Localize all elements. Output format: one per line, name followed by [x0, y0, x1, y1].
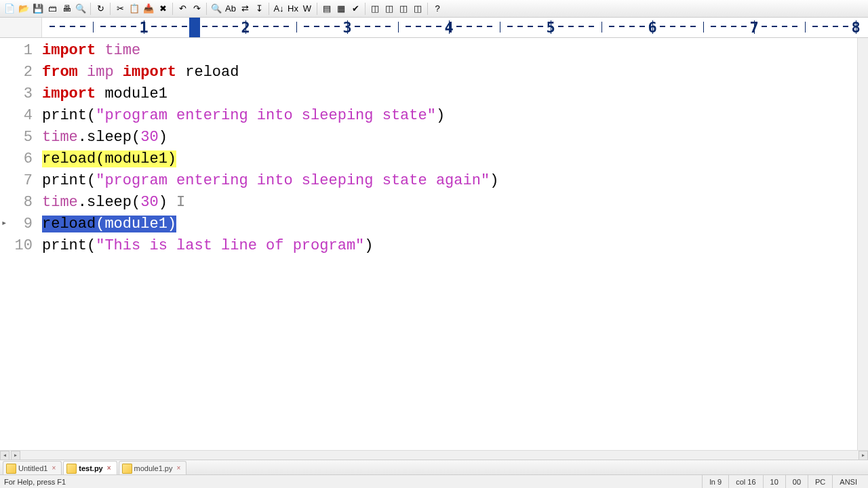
editor-area[interactable]: 12345678910 import timefrom imp import r…: [0, 38, 868, 450]
code-line[interactable]: reload(module1): [42, 213, 857, 235]
window1-button[interactable]: ◫: [368, 2, 382, 16]
scroll-end-button[interactable]: ▸: [859, 451, 868, 460]
line-number: 9: [0, 213, 42, 235]
token-pn: (: [96, 216, 104, 232]
file-tab-label: Untitled1: [18, 464, 47, 472]
column-ruler: 12345678: [0, 18, 868, 38]
token-kw: import: [42, 85, 104, 102]
token-pn: .: [78, 194, 87, 211]
line-number: 10: [0, 235, 42, 256]
token-fn: sleep: [87, 194, 132, 211]
toolbar-separator: [269, 3, 269, 15]
horizontal-scrollbar[interactable]: ◂ ▸ ▸: [0, 450, 868, 460]
close-tab-icon[interactable]: ×: [107, 464, 111, 472]
find-text-button[interactable]: Ab: [224, 2, 237, 16]
token-fn: print: [42, 237, 87, 254]
status-help: For Help, press F1: [4, 478, 66, 486]
close-tab-icon[interactable]: ×: [176, 464, 180, 472]
code-line[interactable]: time.sleep(30) I: [42, 191, 857, 213]
token-pn: (: [87, 237, 96, 254]
ruler-track: 12345678: [42, 18, 868, 37]
scroll-right-button[interactable]: ▸: [11, 451, 20, 460]
save-all-button[interactable]: 🗃: [45, 2, 59, 16]
token-pn: (: [96, 150, 104, 167]
toolbar-separator: [365, 3, 366, 15]
token-fn: sleep: [87, 129, 132, 146]
token-pn: (: [132, 129, 140, 146]
token-pn: (: [87, 172, 96, 189]
status-sel1: 10: [763, 475, 785, 488]
code-line[interactable]: print("program entering into sleeping st…: [42, 104, 857, 126]
word-wrap-button[interactable]: W: [300, 2, 314, 16]
token-num: 30: [140, 194, 158, 211]
code-line[interactable]: import time: [42, 39, 857, 61]
code-body[interactable]: import timefrom imp import reloadimport …: [42, 38, 857, 450]
delete-button[interactable]: ✖: [156, 2, 170, 16]
token-mod: time: [42, 194, 78, 211]
replace-button[interactable]: ⇄: [238, 2, 252, 16]
window3-button[interactable]: ◫: [397, 2, 410, 16]
toolbar-separator: [317, 3, 317, 15]
token-pn: (: [132, 194, 140, 211]
token-pn: (: [87, 107, 96, 124]
toolbar-separator: [90, 3, 91, 15]
token-kw: from: [42, 64, 87, 81]
selected-text: reload(module1): [42, 216, 176, 232]
main-toolbar: 📄📂💾🗃🖶🔍↻✂📋📥✖↶↷🔍Ab⇄↧A↓HxW▤▦✔◫◫◫◫?: [0, 0, 868, 18]
toolbar-separator: [206, 3, 207, 15]
undo-button[interactable]: ↶: [176, 2, 189, 16]
cut-button[interactable]: ✂: [113, 2, 127, 16]
print-button[interactable]: 🖶: [60, 2, 73, 16]
goto-button[interactable]: ↧: [252, 2, 266, 16]
status-platform: PC: [808, 475, 832, 488]
token-pn: ): [364, 237, 373, 254]
window2-button[interactable]: ◫: [382, 2, 396, 16]
print-preview-button[interactable]: 🔍: [74, 2, 87, 16]
save-button[interactable]: 💾: [31, 2, 45, 16]
reload-button[interactable]: ↻: [94, 2, 107, 16]
font-smaller-button[interactable]: A↓: [272, 2, 285, 16]
check-button[interactable]: ✔: [349, 2, 362, 16]
token-str: "program entering into sleeping state ag…: [96, 172, 490, 189]
status-bar: For Help, press F1 ln 9 col 16 10 00 PC …: [0, 474, 868, 488]
line-number: 8: [0, 191, 42, 213]
code-line[interactable]: print("program entering into sleeping st…: [42, 169, 857, 191]
code-line[interactable]: reload(module1): [42, 148, 857, 169]
window4-button[interactable]: ◫: [411, 2, 425, 16]
line-number: 7: [0, 169, 42, 191]
file-tab-label: test.py: [79, 464, 102, 472]
copy-button[interactable]: 📋: [127, 2, 141, 16]
toolbar-separator: [110, 3, 111, 15]
line-number: 2: [0, 61, 42, 83]
token-pn: ): [159, 194, 167, 211]
font-larger-button[interactable]: Hx: [286, 2, 300, 16]
line-number-gutter: 12345678910: [0, 38, 42, 450]
file-tab[interactable]: test.py×: [63, 461, 117, 474]
ruler-cursor: [189, 18, 200, 38]
token-fn: print: [42, 172, 87, 189]
token-id: reload: [185, 64, 239, 81]
status-encoding: ANSI: [832, 475, 864, 488]
file-tab[interactable]: module1.py×: [119, 461, 187, 474]
open-file-button[interactable]: 📂: [17, 2, 31, 16]
token-mod: imp: [87, 64, 123, 81]
token-str: "This is last line of program": [96, 237, 364, 254]
highlighted-text: reload(module1): [42, 150, 176, 167]
close-tab-icon[interactable]: ×: [52, 464, 56, 472]
token-pn: .: [78, 129, 87, 146]
new-file-button[interactable]: 📄: [3, 2, 16, 16]
code-line[interactable]: time.sleep(30): [42, 126, 857, 148]
vertical-scrollbar[interactable]: [857, 38, 868, 450]
code-line[interactable]: from imp import reload: [42, 61, 857, 83]
toggle-sidebar-button[interactable]: ▦: [334, 2, 348, 16]
help-button[interactable]: ?: [431, 2, 444, 16]
find-button[interactable]: 🔍: [210, 2, 223, 16]
token-pn: ): [167, 150, 176, 167]
paste-button[interactable]: 📥: [142, 2, 155, 16]
code-line[interactable]: import module1: [42, 83, 857, 104]
toggle-panel-button[interactable]: ▤: [320, 2, 334, 16]
file-tab[interactable]: Untitled1×: [3, 461, 62, 474]
redo-button[interactable]: ↷: [190, 2, 203, 16]
scroll-left-button[interactable]: ◂: [0, 451, 9, 460]
code-line[interactable]: print("This is last line of program"): [42, 235, 857, 256]
